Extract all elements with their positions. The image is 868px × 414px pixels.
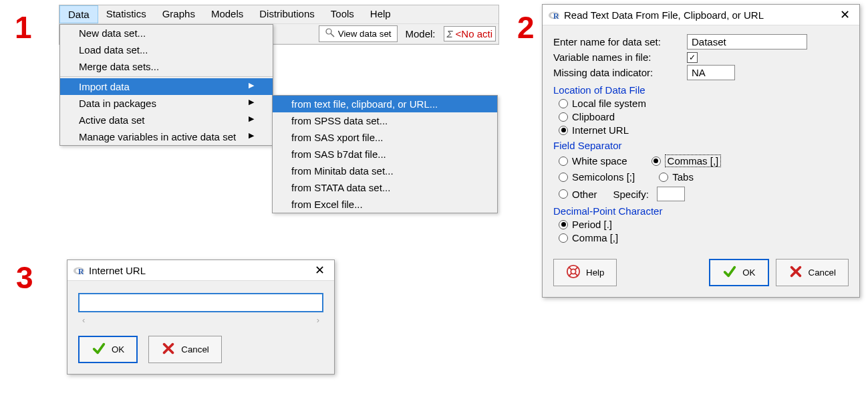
- menu-item-label: from STATA data set...: [291, 182, 390, 193]
- svg-text:R: R: [78, 268, 84, 276]
- radio-whitespace[interactable]: White space: [553, 154, 627, 167]
- url-input[interactable]: [78, 293, 323, 312]
- radio-label: Comma [,]: [572, 232, 618, 243]
- cancel-button[interactable]: Cancel: [776, 259, 849, 286]
- scroll-right-icon[interactable]: ›: [317, 315, 319, 325]
- menu-item-label: from text file, clipboard, or URL...: [291, 98, 438, 110]
- view-data-button[interactable]: View data set: [319, 25, 398, 42]
- ok-button[interactable]: OK: [709, 259, 768, 286]
- radio-label: Clipboard: [572, 111, 615, 122]
- step-number-3: 3: [16, 260, 33, 296]
- menu-item-label: from SAS xport file...: [291, 132, 384, 143]
- chevron-right-icon: ▶: [249, 81, 254, 92]
- view-data-label: View data set: [338, 29, 392, 39]
- missing-indicator-input[interactable]: [687, 65, 735, 80]
- menu-graphs[interactable]: Graphs: [154, 5, 203, 23]
- radio-icon: [559, 220, 568, 229]
- button-row: OK Cancel: [67, 333, 334, 374]
- menu-import-stata[interactable]: from STATA data set...: [273, 179, 497, 196]
- dataset-name-label: Enter name for data set:: [553, 36, 687, 47]
- var-names-checkbox[interactable]: ✓: [687, 52, 698, 63]
- rcommander-window: Data Statistics Graphs Models Distributi…: [59, 5, 499, 45]
- menu-help[interactable]: Help: [362, 5, 399, 23]
- check-icon: ✓: [689, 54, 696, 62]
- menu-item-label: from SAS b7dat file...: [291, 148, 386, 160]
- titlebar: R Internet URL ✕: [67, 260, 334, 281]
- menu-new-data-set[interactable]: New data set...: [60, 25, 273, 41]
- menu-import-spss[interactable]: from SPSS data set...: [273, 112, 497, 129]
- radio-other-separator[interactable]: Other Specify:: [553, 187, 849, 201]
- chevron-right-icon: ▶: [249, 98, 254, 109]
- r-logo-icon: R: [73, 264, 85, 276]
- menu-item-label: Manage variables in active data set: [79, 131, 236, 142]
- button-label: Help: [586, 268, 604, 278]
- menu-distributions[interactable]: Distributions: [251, 5, 323, 23]
- dataset-name-input[interactable]: [687, 34, 807, 49]
- menu-item-label: Data in packages: [79, 98, 156, 109]
- radio-semicolons[interactable]: Semicolons [;]: [553, 171, 635, 183]
- menu-item-label: from Minitab data set...: [291, 165, 394, 177]
- radio-commas[interactable]: Commas [,]: [646, 154, 722, 167]
- menu-load-data-set[interactable]: Load data set...: [60, 41, 273, 58]
- menu-merge-data-sets[interactable]: Merge data sets...: [60, 58, 273, 75]
- menu-item-label: New data set...: [79, 27, 146, 39]
- x-icon: [161, 341, 176, 358]
- radio-label: Period [.]: [572, 219, 612, 230]
- menu-import-minitab[interactable]: from Minitab data set...: [273, 163, 497, 179]
- radio-local-file[interactable]: Local file system: [553, 98, 849, 109]
- menu-import-sas-b7dat[interactable]: from SAS b7dat file...: [273, 146, 497, 163]
- radio-icon: [559, 112, 568, 122]
- menu-item-label: from Excel file...: [291, 199, 363, 210]
- import-data-submenu: from text file, clipboard, or URL... fro…: [272, 95, 498, 213]
- dialog-title: Internet URL: [89, 265, 146, 276]
- svg-point-0: [326, 29, 331, 34]
- radio-icon: [559, 233, 568, 243]
- menu-item-label: Merge data sets...: [79, 61, 159, 72]
- svg-text:R: R: [553, 12, 559, 21]
- menu-models[interactable]: Models: [203, 5, 251, 23]
- menu-active-data-set[interactable]: Active data set ▶: [60, 112, 273, 128]
- radio-tabs[interactable]: Tabs: [654, 171, 694, 183]
- radio-clipboard[interactable]: Clipboard: [553, 111, 849, 122]
- radio-icon: [559, 157, 568, 166]
- location-section-header: Location of Data File: [553, 84, 849, 96]
- menu-import-text-file[interactable]: from text file, clipboard, or URL...: [273, 96, 497, 112]
- radio-label: White space: [572, 155, 627, 167]
- read-text-data-dialog: R Read Text Data From File, Clipboard, o…: [542, 4, 860, 298]
- menu-tools[interactable]: Tools: [323, 5, 362, 23]
- specify-label: Specify:: [613, 189, 649, 200]
- cancel-button[interactable]: Cancel: [148, 336, 222, 363]
- menu-data-in-packages[interactable]: Data in packages ▶: [60, 95, 273, 112]
- radio-internet-url[interactable]: Internet URL: [553, 124, 849, 136]
- radio-icon: [659, 173, 668, 182]
- scroll-arrows: ‹ ›: [78, 312, 323, 330]
- radio-period[interactable]: Period [.]: [553, 219, 849, 230]
- close-button[interactable]: ✕: [311, 263, 329, 278]
- model-selector[interactable]: Σ <No acti: [444, 26, 496, 41]
- menu-manage-variables[interactable]: Manage variables in active data set ▶: [60, 128, 273, 145]
- missing-indicator-label: Missing data indicator:: [553, 67, 687, 78]
- x-icon: [788, 264, 803, 281]
- menu-statistics[interactable]: Statistics: [98, 5, 154, 23]
- menu-data[interactable]: Data: [59, 5, 98, 23]
- menubar: Data Statistics Graphs Models Distributi…: [59, 5, 498, 24]
- menu-separator: [60, 76, 273, 77]
- data-dropdown: New data set... Load data set... Merge d…: [59, 24, 273, 146]
- close-button[interactable]: ✕: [836, 7, 854, 22]
- svg-line-1: [331, 33, 334, 37]
- radio-label: Other: [572, 189, 597, 200]
- menu-import-data[interactable]: Import data ▶: [60, 78, 273, 95]
- decimal-point-header: Decimal-Point Character: [553, 205, 849, 217]
- internet-url-dialog: R Internet URL ✕ ‹ › OK Cancel: [67, 260, 335, 375]
- specify-separator-input[interactable]: [657, 187, 685, 201]
- menu-item-label: Load data set...: [79, 44, 148, 56]
- model-value: <No acti: [456, 28, 492, 39]
- scroll-left-icon[interactable]: ‹: [82, 315, 85, 325]
- menu-import-excel[interactable]: from Excel file...: [273, 196, 497, 213]
- dialog-title: Read Text Data From File, Clipboard, or …: [564, 9, 764, 21]
- menu-import-sas-xport[interactable]: from SAS xport file...: [273, 129, 497, 146]
- ok-button[interactable]: OK: [78, 336, 138, 363]
- help-button[interactable]: Help: [553, 259, 617, 286]
- radio-comma[interactable]: Comma [,]: [553, 232, 849, 243]
- step-number-2: 2: [517, 9, 535, 45]
